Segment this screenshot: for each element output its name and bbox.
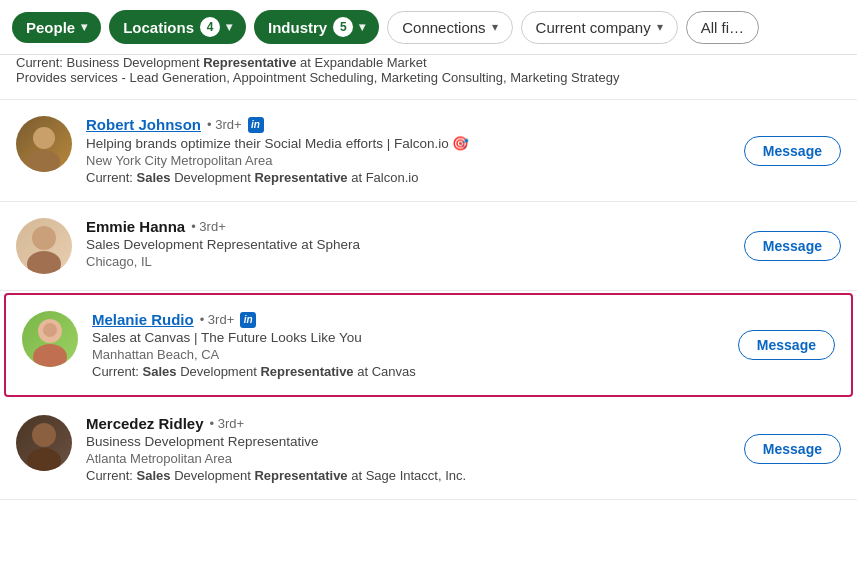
degree-mercedez: • 3rd+ bbox=[210, 416, 245, 431]
current-mid-mercedez: Development bbox=[171, 468, 255, 483]
result-content-melanie: Melanie Rudio • 3rd+ in Sales at Canvas … bbox=[92, 311, 722, 379]
filter-bar: People ▾ Locations 4 ▾ Industry 5 ▾ Conn… bbox=[0, 0, 857, 55]
name-line-robert: Robert Johnson • 3rd+ in bbox=[86, 116, 728, 133]
current-bold1-mercedez: Sales bbox=[137, 468, 171, 483]
current-at-mercedez: at Sage Intacct, Inc. bbox=[348, 468, 467, 483]
current-company-chevron-icon: ▾ bbox=[657, 20, 663, 34]
locations-filter-label: Locations bbox=[123, 19, 194, 36]
headline-mercedez: Business Development Representative bbox=[86, 434, 728, 449]
connections-filter-label: Connections bbox=[402, 19, 485, 36]
headline-robert: Helping brands optimize their Social Med… bbox=[86, 135, 728, 151]
message-button-emmie[interactable]: Message bbox=[744, 231, 841, 261]
partial-provides-text: Lead Generation, Appointment Scheduling,… bbox=[129, 70, 619, 85]
avatar-image-mercedez bbox=[16, 415, 72, 471]
partial-current-label: Current: bbox=[16, 55, 63, 70]
current-bold2-mercedez: Representative bbox=[254, 468, 347, 483]
current-label-melanie: Current: bbox=[92, 364, 143, 379]
current-bold1-robert: Sales bbox=[137, 170, 171, 185]
partial-result-item: Current: Business Development Representa… bbox=[0, 55, 857, 100]
partial-current-at: at Expandable Market bbox=[300, 55, 426, 70]
current-at-melanie: at Canvas bbox=[354, 364, 416, 379]
result-item-mercedez: Mercedez Ridley • 3rd+ Business Developm… bbox=[0, 399, 857, 500]
svg-point-5 bbox=[33, 344, 67, 367]
current-mid-melanie: Development bbox=[177, 364, 261, 379]
avatar-image-emmie bbox=[16, 218, 72, 274]
current-at-robert: at Falcon.io bbox=[348, 170, 419, 185]
people-chevron-icon: ▾ bbox=[81, 20, 87, 34]
svg-point-0 bbox=[33, 127, 55, 149]
industry-chevron-icon: ▾ bbox=[359, 20, 365, 34]
partial-current-bold: Representative bbox=[203, 55, 296, 70]
connections-filter-button[interactable]: Connections ▾ bbox=[387, 11, 512, 44]
svg-point-3 bbox=[27, 251, 61, 274]
location-emmie: Chicago, IL bbox=[86, 254, 728, 269]
location-mercedez: Atlanta Metropolitan Area bbox=[86, 451, 728, 466]
current-role-mercedez: Current: Sales Development Representativ… bbox=[86, 468, 728, 483]
svg-point-8 bbox=[27, 448, 61, 471]
headline-melanie: Sales at Canvas | The Future Looks Like … bbox=[92, 330, 722, 345]
degree-emmie: • 3rd+ bbox=[191, 219, 226, 234]
degree-melanie: • 3rd+ bbox=[200, 312, 235, 327]
person-name-melanie[interactable]: Melanie Rudio bbox=[92, 311, 194, 328]
avatar-mercedez bbox=[16, 415, 72, 471]
name-line-emmie: Emmie Hanna • 3rd+ bbox=[86, 218, 728, 235]
partial-provides-services: Provides services - Lead Generation, App… bbox=[16, 70, 841, 85]
avatar-emmie bbox=[16, 218, 72, 274]
industry-filter-button[interactable]: Industry 5 ▾ bbox=[254, 10, 379, 44]
current-mid-robert: Development bbox=[171, 170, 255, 185]
avatar-melanie bbox=[22, 311, 78, 367]
location-melanie: Manhattan Beach, CA bbox=[92, 347, 722, 362]
industry-badge: 5 bbox=[333, 17, 353, 37]
svg-point-1 bbox=[28, 150, 60, 172]
current-bold1-melanie: Sales bbox=[143, 364, 177, 379]
current-bold2-robert: Representative bbox=[254, 170, 347, 185]
message-button-robert[interactable]: Message bbox=[744, 136, 841, 166]
partial-provides-label: Provides services - bbox=[16, 70, 126, 85]
results-list: Robert Johnson • 3rd+ in Helping brands … bbox=[0, 100, 857, 500]
partial-current-title: Business Development bbox=[67, 55, 200, 70]
person-name-robert[interactable]: Robert Johnson bbox=[86, 116, 201, 133]
all-filters-label: All fi… bbox=[701, 19, 744, 36]
location-robert: New York City Metropolitan Area bbox=[86, 153, 728, 168]
current-bold2-melanie: Representative bbox=[260, 364, 353, 379]
partial-current-role: Current: Business Development Representa… bbox=[16, 55, 841, 70]
message-button-melanie[interactable]: Message bbox=[738, 330, 835, 360]
name-line-melanie: Melanie Rudio • 3rd+ in bbox=[92, 311, 722, 328]
result-item-robert: Robert Johnson • 3rd+ in Helping brands … bbox=[0, 100, 857, 202]
message-button-mercedez[interactable]: Message bbox=[744, 434, 841, 464]
current-role-melanie: Current: Sales Development Representativ… bbox=[92, 364, 722, 379]
current-company-filter-button[interactable]: Current company ▾ bbox=[521, 11, 678, 44]
locations-chevron-icon: ▾ bbox=[226, 20, 232, 34]
result-content-emmie: Emmie Hanna • 3rd+ Sales Development Rep… bbox=[86, 218, 728, 271]
linkedin-icon-robert[interactable]: in bbox=[248, 117, 264, 133]
connections-chevron-icon: ▾ bbox=[492, 20, 498, 34]
person-name-emmie[interactable]: Emmie Hanna bbox=[86, 218, 185, 235]
all-filters-button[interactable]: All fi… bbox=[686, 11, 759, 44]
avatar-image-robert bbox=[16, 116, 72, 172]
svg-point-7 bbox=[32, 423, 56, 447]
person-name-mercedez[interactable]: Mercedez Ridley bbox=[86, 415, 204, 432]
current-company-filter-label: Current company bbox=[536, 19, 651, 36]
avatar-robert bbox=[16, 116, 72, 172]
current-label-robert: Current: bbox=[86, 170, 137, 185]
locations-filter-button[interactable]: Locations 4 ▾ bbox=[109, 10, 246, 44]
name-line-mercedez: Mercedez Ridley • 3rd+ bbox=[86, 415, 728, 432]
degree-robert: • 3rd+ bbox=[207, 117, 242, 132]
result-item-melanie: Melanie Rudio • 3rd+ in Sales at Canvas … bbox=[4, 293, 853, 397]
linkedin-icon-melanie[interactable]: in bbox=[240, 312, 256, 328]
people-filter-label: People bbox=[26, 19, 75, 36]
headline-emmie: Sales Development Representative at Sphe… bbox=[86, 237, 728, 252]
industry-filter-label: Industry bbox=[268, 19, 327, 36]
current-label-mercedez: Current: bbox=[86, 468, 137, 483]
people-filter-button[interactable]: People ▾ bbox=[12, 12, 101, 43]
locations-badge: 4 bbox=[200, 17, 220, 37]
result-content-robert: Robert Johnson • 3rd+ in Helping brands … bbox=[86, 116, 728, 185]
avatar-image-melanie bbox=[22, 311, 78, 367]
result-item-emmie: Emmie Hanna • 3rd+ Sales Development Rep… bbox=[0, 202, 857, 291]
svg-point-2 bbox=[32, 226, 56, 250]
svg-point-6 bbox=[43, 323, 57, 337]
result-content-mercedez: Mercedez Ridley • 3rd+ Business Developm… bbox=[86, 415, 728, 483]
current-role-robert: Current: Sales Development Representativ… bbox=[86, 170, 728, 185]
